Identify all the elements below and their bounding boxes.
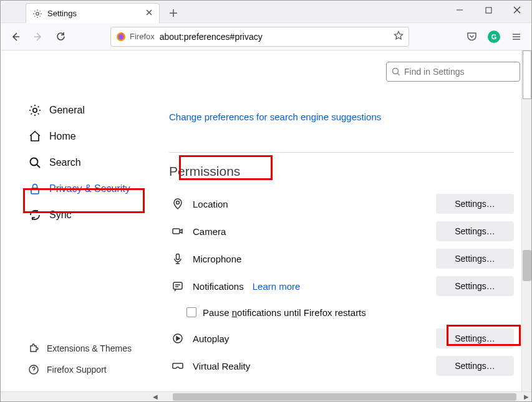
location-settings-button[interactable]: Settings… (436, 194, 514, 214)
pocket-button[interactable] (462, 27, 481, 47)
lock-icon (28, 182, 42, 196)
search-icon (28, 156, 42, 170)
app-menu-button[interactable] (506, 27, 526, 47)
window-controls (445, 1, 531, 19)
camera-icon (169, 225, 186, 237)
vertical-scrollbar[interactable] (521, 50, 531, 393)
arrow-left-icon (10, 31, 21, 42)
sidebar-bottom: Extensions & Themes Firefox Support (26, 338, 150, 393)
main-panel: Change preferences for search engine sug… (150, 50, 531, 393)
bookmark-button[interactable] (394, 31, 404, 42)
extension-button[interactable]: G (484, 27, 504, 47)
svg-rect-6 (31, 188, 39, 194)
scroll-thumb[interactable] (523, 250, 531, 281)
svg-point-4 (33, 108, 37, 112)
svg-rect-10 (173, 229, 180, 234)
scroll-left-arrow[interactable]: ◀ (150, 392, 160, 402)
settings-search-input[interactable] (404, 67, 515, 77)
microphone-icon (169, 252, 186, 265)
scroll-thumb[interactable] (523, 50, 531, 99)
scroll-thumb[interactable] (173, 393, 516, 401)
notifications-learn-more-link[interactable]: Learn more (253, 281, 301, 292)
vr-settings-button[interactable]: Settings… (436, 356, 514, 376)
suggestions-link-row: Change preferences for search engine sug… (169, 112, 514, 122)
svg-rect-12 (173, 282, 182, 289)
close-window-button[interactable] (503, 1, 531, 19)
sidebar-item-home[interactable]: Home (26, 123, 150, 150)
star-icon (394, 31, 404, 41)
forward-button[interactable] (28, 27, 48, 47)
maximize-icon (485, 7, 492, 14)
svg-point-8 (393, 69, 399, 74)
notification-icon (169, 280, 186, 292)
gear-icon (32, 9, 42, 19)
sidebar-item-label: Firefox Support (47, 365, 107, 375)
pause-notifications-checkbox[interactable] (186, 307, 196, 317)
sidebar-item-extensions[interactable]: Extensions & Themes (26, 338, 150, 359)
sidebar-item-label: Extensions & Themes (47, 343, 132, 353)
arrow-right-icon (32, 31, 44, 42)
autoplay-settings-button[interactable]: Settings… (436, 328, 514, 348)
identity-box[interactable]: Firefox (116, 32, 155, 42)
pause-notifications-row: Pause notifications until Firefox restar… (186, 300, 514, 325)
content-area: General Home Search Privacy & Security S… (1, 50, 531, 393)
perm-label: Location (193, 199, 228, 209)
new-tab-button[interactable] (165, 4, 182, 22)
perm-row-vr: Virtual Reality Settings… (169, 352, 514, 380)
hamburger-icon (511, 32, 521, 42)
pause-notifications-label: Pause notifications until Firefox restar… (203, 307, 366, 318)
camera-settings-button[interactable]: Settings… (436, 221, 514, 241)
svg-rect-11 (177, 254, 180, 260)
maximize-button[interactable] (474, 1, 503, 19)
permissions-heading: Permissions (169, 164, 240, 179)
pocket-icon (467, 31, 477, 42)
settings-search[interactable] (386, 62, 520, 82)
reload-button[interactable] (51, 27, 70, 47)
notifications-settings-button[interactable]: Settings… (436, 276, 514, 296)
urlbar-container: Firefox about:preferences#privacy (110, 27, 409, 47)
sidebar-item-label: Privacy & Security (49, 183, 130, 194)
vr-icon (169, 360, 186, 372)
home-icon (28, 130, 42, 143)
identity-label: Firefox (130, 32, 155, 41)
perm-row-microphone: Microphone Settings… (169, 245, 514, 272)
sync-icon (28, 208, 42, 222)
perm-label: Camera (193, 226, 226, 237)
search-suggestions-link[interactable]: Change preferences for search engine sug… (169, 112, 381, 122)
svg-point-0 (36, 12, 39, 15)
toolbar: Firefox about:preferences#privacy G (1, 23, 531, 50)
sidebar-item-privacy[interactable]: Privacy & Security (26, 176, 150, 202)
minimize-button[interactable] (445, 1, 474, 19)
microphone-settings-button[interactable]: Settings… (436, 249, 514, 269)
sidebar-item-sync[interactable]: Sync (26, 202, 150, 228)
browser-tab[interactable]: Settings (26, 3, 160, 23)
help-icon (28, 364, 39, 375)
plus-icon (169, 9, 178, 17)
tabs-area: Settings (1, 1, 182, 23)
back-button[interactable] (6, 27, 26, 47)
location-icon (169, 198, 186, 210)
sidebar-item-general[interactable]: General (26, 97, 150, 123)
perm-label: Autoplay (193, 333, 229, 344)
url-text: about:preferences#privacy (160, 32, 389, 42)
sidebar-item-search[interactable]: Search (26, 150, 150, 176)
horizontal-scrollbar[interactable]: ◀ ▶ (1, 391, 531, 401)
close-icon (513, 6, 521, 14)
perm-label: Virtual Reality (193, 361, 250, 371)
perm-row-camera: Camera Settings… (169, 218, 514, 245)
gear-icon (28, 103, 42, 117)
sidebar-item-support[interactable]: Firefox Support (26, 359, 150, 380)
scroll-right-arrow[interactable]: ▶ (521, 392, 531, 402)
urlbar[interactable]: Firefox about:preferences#privacy (110, 27, 409, 47)
tab-title: Settings (47, 9, 140, 18)
reload-icon (56, 31, 66, 42)
sidebar: General Home Search Privacy & Security S… (1, 50, 150, 393)
toolbar-right: G (462, 27, 526, 47)
sidebar-item-label: Sync (49, 209, 72, 221)
tab-close-button[interactable] (145, 9, 153, 18)
scroll-track[interactable] (160, 393, 521, 401)
search-icon (392, 67, 400, 76)
autoplay-icon (169, 332, 186, 345)
perm-label: Notifications (193, 281, 244, 292)
svg-point-5 (31, 158, 38, 166)
